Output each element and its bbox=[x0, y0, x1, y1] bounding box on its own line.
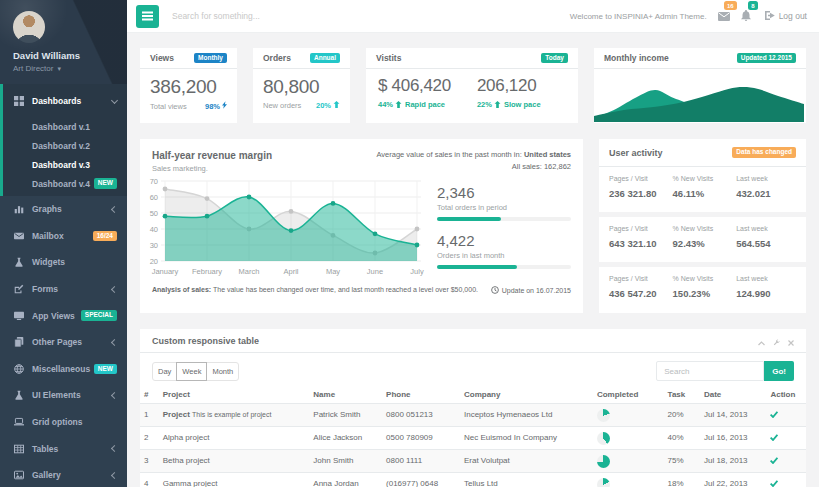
cell-num: 4 bbox=[140, 473, 159, 487]
svg-text:70: 70 bbox=[150, 177, 158, 186]
notifications-button[interactable]: 8 bbox=[741, 7, 751, 25]
check-icon[interactable] bbox=[770, 479, 778, 487]
filter-day-button[interactable]: Day bbox=[152, 362, 177, 381]
cell-action bbox=[766, 450, 806, 473]
activity-col-label: Pages / Visit bbox=[609, 225, 673, 232]
sidebar-item-dashboard-v-3[interactable]: Dashboard v.3 bbox=[3, 155, 127, 174]
alert-count-badge: 8 bbox=[748, 1, 757, 10]
activity-col-label: Last week bbox=[736, 275, 796, 282]
close-icon[interactable] bbox=[788, 332, 794, 350]
cell-company: Inceptos Hymenaeos Ltd bbox=[460, 404, 593, 427]
activity-col-label: % New Visits bbox=[673, 275, 737, 282]
column-header-name: Name bbox=[309, 386, 382, 404]
activity-cell: Last week432.021 bbox=[736, 175, 796, 212]
profile-role-dropdown[interactable]: Art Director▾ bbox=[13, 64, 117, 73]
activity-value: 92.43% bbox=[673, 238, 737, 249]
table-search: Go! bbox=[656, 361, 794, 381]
logout-button[interactable]: Log out bbox=[765, 11, 807, 22]
sidebar-item-label: Widgets bbox=[32, 257, 65, 267]
check-icon[interactable] bbox=[770, 456, 778, 466]
search-input[interactable] bbox=[172, 11, 570, 21]
revenue-note-country: United states bbox=[524, 150, 571, 159]
svg-text:June: June bbox=[367, 267, 383, 276]
bolt-icon bbox=[222, 101, 227, 111]
sidebar-item-mailbox[interactable]: Mailbox16/24 bbox=[0, 223, 127, 250]
sidebar-item-forms[interactable]: Forms bbox=[0, 276, 127, 303]
cell-completed bbox=[593, 404, 664, 427]
range-filter-group: DayWeekMonth bbox=[152, 362, 239, 381]
activity-cell: Pages / Visit436 547.20 bbox=[609, 275, 673, 312]
activity-cell: % New Visits92.43% bbox=[673, 225, 737, 262]
activity-cell: Pages / Visit236 321.80 bbox=[609, 175, 673, 212]
visits-panel: VistitsToday $ 406,42044% Rapid pace206,… bbox=[366, 48, 578, 123]
svg-text:July: July bbox=[410, 267, 424, 276]
globe-icon bbox=[14, 364, 25, 374]
chevron-left-icon bbox=[111, 445, 118, 452]
sidebar-item-label: Miscellaneous bbox=[32, 364, 90, 374]
sidebar-item-dashboard-v-4[interactable]: Dashboard v.4NEW bbox=[3, 174, 127, 193]
sidebar-item-dashboard-v-2[interactable]: Dashboard v.2 bbox=[3, 136, 127, 155]
sidebar-item-graphs[interactable]: Graphs bbox=[0, 196, 127, 223]
sidebar-subitem-label: Dashboard v.2 bbox=[32, 141, 90, 151]
table-search-go-button[interactable]: Go! bbox=[764, 361, 794, 381]
sidebar-item-grid-options[interactable]: Grid options bbox=[0, 409, 127, 436]
revenue-subtitle: Sales marketing. bbox=[152, 164, 272, 173]
cell-date: Jul 18, 2013 bbox=[700, 450, 766, 473]
check-icon[interactable] bbox=[770, 410, 778, 420]
svg-text:February: February bbox=[192, 267, 222, 276]
sidebar-item-widgets[interactable]: Widgets bbox=[0, 249, 127, 276]
sidebar-item-other-pages[interactable]: Other Pages bbox=[0, 329, 127, 356]
revenue-kpi: 4,422Orders in last month bbox=[437, 232, 571, 269]
activity-cell: Last week124.990 bbox=[736, 275, 796, 312]
activity-value: 432.021 bbox=[736, 188, 796, 199]
filter-week-button[interactable]: Week bbox=[176, 362, 207, 381]
views-change: 98% bbox=[205, 101, 227, 111]
cell-company: Nec Euismod In Company bbox=[460, 427, 593, 450]
bar-chart-icon bbox=[14, 204, 25, 214]
cell-phone: 0800 051213 bbox=[382, 404, 460, 427]
sidebar-item-ui-elements[interactable]: UI Elements bbox=[0, 382, 127, 409]
visits-value: 206,120 bbox=[477, 76, 541, 96]
activity-col-label: Pages / Visit bbox=[609, 275, 673, 282]
sidebar-item-dashboard-v-1[interactable]: Dashboard v.1 bbox=[3, 117, 127, 136]
orders-label: New orders bbox=[263, 101, 301, 110]
sidebar-subitem-label: Dashboard v.4 bbox=[32, 179, 90, 189]
avatar[interactable] bbox=[13, 11, 45, 43]
sidebar-item-app-views[interactable]: App ViewsSPECIAL bbox=[0, 302, 127, 329]
table-search-input[interactable] bbox=[656, 361, 764, 381]
sidebar-item-miscellaneous[interactable]: MiscellaneousNEW bbox=[0, 356, 127, 383]
revenue-panel: Half-year revenue margin Sales marketing… bbox=[140, 139, 583, 313]
app: David Williams Art Director▾ DashboardsD… bbox=[0, 0, 819, 487]
files-icon bbox=[14, 337, 25, 347]
topbar-right: Welcome to INSPINIA+ Admin Theme. 16 8 L… bbox=[570, 7, 807, 25]
activity-row: Pages / Visit436 547.20% New Visits150.2… bbox=[599, 267, 806, 312]
sidebar-badge: SPECIAL bbox=[81, 310, 117, 321]
cell-task: 20% bbox=[664, 404, 700, 427]
table-row: 4 Gamma project Anna Jordan (016977) 064… bbox=[140, 473, 806, 487]
messages-button[interactable]: 16 bbox=[718, 7, 730, 25]
activity-rows: Pages / Visit236 321.80% New Visits46.11… bbox=[599, 167, 806, 312]
filter-month-button[interactable]: Month bbox=[206, 362, 239, 381]
sidebar-item-label: Tables bbox=[32, 444, 58, 454]
wrench-icon[interactable] bbox=[773, 332, 780, 350]
sidebar-item-label: Mailbox bbox=[32, 231, 64, 241]
check-icon[interactable] bbox=[770, 433, 778, 443]
completion-pie-icon bbox=[597, 455, 610, 468]
column-header-task: Task bbox=[664, 386, 700, 404]
revenue-all-sales: All sales: 162,862 bbox=[376, 162, 571, 171]
collapse-icon[interactable] bbox=[758, 332, 765, 350]
menu-toggle-button[interactable] bbox=[136, 5, 159, 28]
activity-value: 124.990 bbox=[736, 288, 796, 299]
completion-pie-icon bbox=[597, 478, 610, 487]
sidebar-item-dashboards[interactable]: Dashboards bbox=[3, 84, 127, 117]
cell-completed bbox=[593, 427, 664, 450]
cell-task: 75% bbox=[664, 450, 700, 473]
cell-project: Gamma project bbox=[159, 473, 310, 487]
income-panel: Monthly incomeUpdated 12.2015 bbox=[594, 48, 806, 123]
cell-company: Tellus Ltd bbox=[460, 473, 593, 487]
sidebar-item-tables[interactable]: Tables bbox=[0, 435, 127, 462]
sidebar: David Williams Art Director▾ DashboardsD… bbox=[0, 0, 127, 487]
cell-project: Betha project bbox=[159, 450, 310, 473]
activity-col-label: Last week bbox=[736, 225, 796, 232]
sidebar-item-gallery[interactable]: Gallery bbox=[0, 462, 127, 487]
